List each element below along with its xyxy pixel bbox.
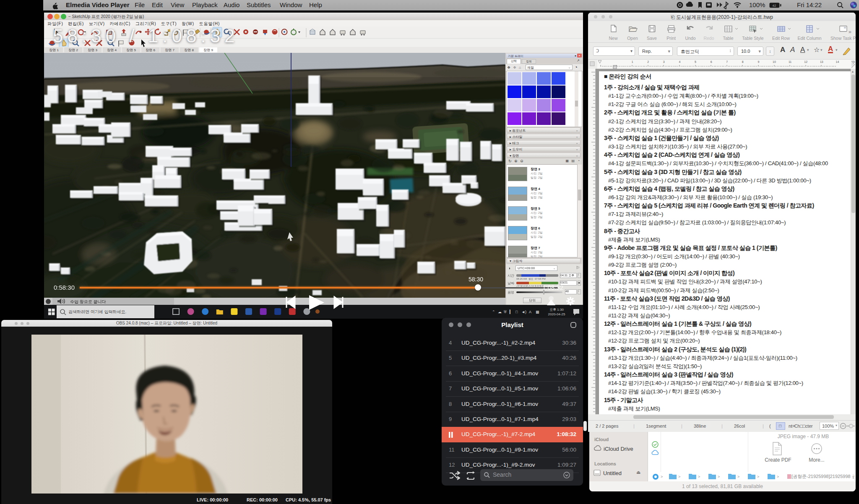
svg-text:1: 1 [632,60,633,63]
svg-text:9: 9 [757,60,759,63]
svg-text:12: 12 [804,60,807,63]
svg-text:6: 6 [711,60,712,63]
svg-text:2020-04-25: 2020-04-25 [548,312,565,316]
svg-text:42: 42 [773,4,776,8]
svg-text:>: > [698,475,700,479]
svg-text:검색하려면 여기에 입력하세요.: 검색하려면 여기에 입력하세요. [68,309,126,314]
svg-text:7: 7 [726,60,728,63]
svg-text:>: > [718,475,720,479]
svg-text:2: 2 [647,60,649,63]
svg-text:>: > [737,475,739,479]
svg-text:☁: ☁ [498,310,502,314]
svg-text:8: 8 [742,60,744,63]
svg-text:100%: 100% [749,1,765,8]
svg-text:>: > [757,475,759,479]
svg-text:▩: ▩ [536,310,539,314]
svg-text:>: > [777,475,779,479]
svg-text:13: 13 [820,60,823,63]
svg-text:A: A [529,310,531,314]
svg-text:오후 1:30: 오후 1:30 [549,308,564,312]
svg-text:4: 4 [679,60,680,63]
svg-text:10: 10 [773,60,776,63]
svg-text:11: 11 [789,60,791,63]
svg-text:3: 3 [663,60,665,63]
svg-text:>: > [678,475,680,479]
svg-text:▎: ▎ [509,309,513,314]
svg-text:>: > [661,475,663,479]
svg-text:5: 5 [695,60,696,63]
svg-text:⌃: ⌃ [492,310,495,314]
svg-text:□: □ [515,310,518,314]
svg-text:Fri 14:22: Fri 14:22 [797,1,822,8]
svg-text:◄): ◄) [521,310,526,314]
svg-text:14: 14 [836,60,839,63]
svg-text:⛨: ⛨ [504,310,507,314]
